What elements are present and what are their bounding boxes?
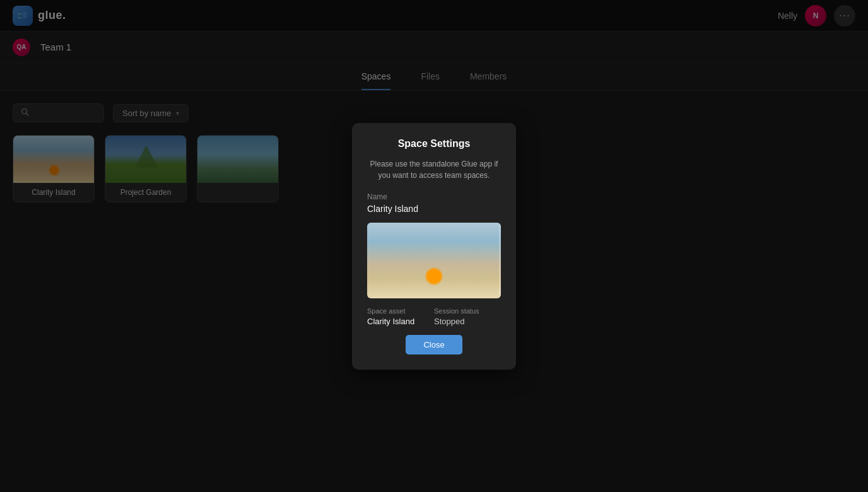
modal-close-button[interactable]: Close	[406, 335, 462, 354]
modal-name-label: Name	[367, 192, 501, 201]
modal-warning: Please use the standalone Glue app if yo…	[367, 158, 501, 181]
modal-space-asset-value: Clarity Island	[367, 317, 434, 326]
modal-title: Space Settings	[367, 138, 501, 149]
modal-session-status-value: Stopped	[434, 317, 501, 326]
modal-space-thumbnail	[367, 223, 501, 298]
modal-name-value: Clarity Island	[367, 204, 501, 214]
space-settings-modal: Space Settings Please use the standalone…	[352, 123, 516, 370]
modal-session-status-col: Session status Stopped	[434, 307, 501, 326]
modal-footer: Close	[367, 335, 501, 354]
modal-session-status-label: Session status	[434, 307, 501, 315]
modal-space-asset-col: Space asset Clarity Island	[367, 307, 434, 326]
modal-overlay: Space Settings Please use the standalone…	[0, 0, 868, 492]
modal-space-asset-label: Space asset	[367, 307, 434, 315]
content-area: Sort by name ▾ Clarity Island Project Ga…	[0, 91, 868, 492]
modal-info-row: Space asset Clarity Island Session statu…	[367, 307, 501, 326]
